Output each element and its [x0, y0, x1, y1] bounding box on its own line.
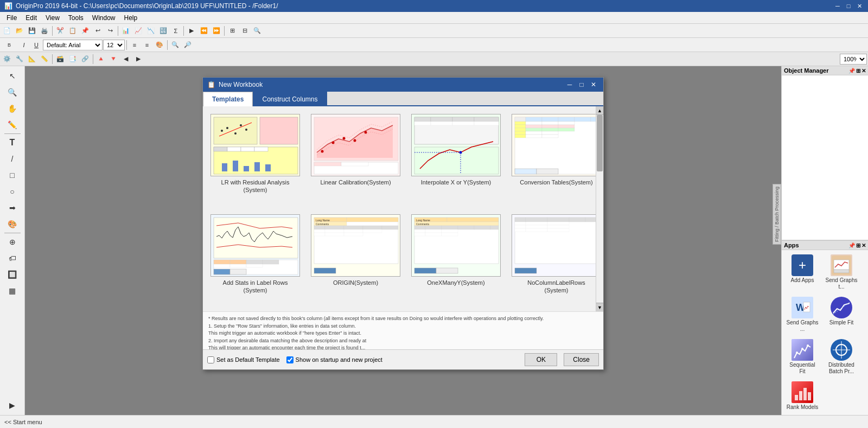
- menu-help[interactable]: Help: [120, 13, 142, 23]
- tb8[interactable]: ▶: [186, 25, 197, 37]
- pointer-tool[interactable]: ↖: [3, 68, 22, 84]
- dialog-maximize[interactable]: □: [576, 80, 587, 90]
- tb6[interactable]: 🔣: [157, 25, 169, 37]
- set-default-checkbox[interactable]: [207, 356, 214, 363]
- expand-icon[interactable]: ⊞: [856, 68, 860, 74]
- expand-btn[interactable]: ▶: [3, 398, 22, 413]
- font-selector[interactable]: Default: Arial: [43, 40, 103, 50]
- app-item-distributed-batch[interactable]: Distributed Batch Pr...: [823, 337, 860, 377]
- region-tool[interactable]: ▦: [3, 283, 22, 298]
- zoom-in[interactable]: 🔍: [169, 39, 181, 51]
- ok-button[interactable]: OK: [525, 353, 557, 366]
- redo-btn[interactable]: ↪: [104, 25, 116, 37]
- pin-icon[interactable]: 📌: [848, 68, 855, 74]
- tb-extra3[interactable]: 📐: [26, 53, 38, 65]
- tb12[interactable]: ⊟: [239, 25, 251, 37]
- tb-extra2[interactable]: 🔧: [14, 53, 25, 65]
- app-item-rank-models[interactable]: Rank Models: [784, 379, 821, 413]
- template-lr-residual[interactable]: LR with Residual Analysis(System): [207, 111, 303, 207]
- align-left[interactable]: ≡: [129, 39, 141, 51]
- set-default-label[interactable]: Set as Default Template: [207, 356, 280, 363]
- start-menu[interactable]: << Start menu: [4, 419, 42, 425]
- print-btn[interactable]: 🖨️: [39, 25, 50, 37]
- close-button[interactable]: ✕: [855, 2, 864, 10]
- show-startup-label[interactable]: Show on startup and new project: [286, 356, 382, 363]
- tb-extra11[interactable]: ▶: [132, 53, 144, 65]
- template-interpolate[interactable]: Interpolate X or Y(System): [408, 111, 504, 207]
- tb13[interactable]: 🔍: [251, 25, 263, 37]
- open-btn[interactable]: 📂: [14, 25, 25, 37]
- ellipse-tool[interactable]: ○: [3, 184, 22, 199]
- tb-f3[interactable]: U: [30, 39, 42, 51]
- draw-tool[interactable]: ✏️: [3, 117, 22, 132]
- rect-tool[interactable]: □: [3, 168, 22, 183]
- new-btn[interactable]: 📄: [1, 25, 13, 37]
- undo-btn[interactable]: ↩: [92, 25, 104, 37]
- template-onexmany[interactable]: Long Name Comments: [408, 211, 504, 307]
- save-btn[interactable]: 💾: [26, 25, 38, 37]
- template-linear-cal[interactable]: Linear Calibration(System): [308, 111, 404, 207]
- apps-close-icon[interactable]: ✕: [861, 242, 866, 248]
- zoom-select[interactable]: 100%: [840, 54, 867, 65]
- dialog-minimize[interactable]: ─: [564, 80, 575, 90]
- close-button-dialog[interactable]: Close: [564, 353, 599, 366]
- tab-construct-columns[interactable]: Construct Columns: [253, 92, 327, 106]
- app-item-send-graphs[interactable]: Send Graphs t...: [823, 252, 860, 292]
- tb-extra7[interactable]: 🔗: [79, 53, 91, 65]
- template-norowlabel[interactable]: NoColumnLabelRows(System): [508, 211, 603, 307]
- template-add-stats[interactable]: Add Stats in Label Rows(System): [207, 211, 303, 307]
- arrow-tool[interactable]: ➡: [3, 200, 22, 215]
- tb-extra4[interactable]: 📏: [39, 53, 50, 65]
- copy-btn[interactable]: 📋: [67, 25, 79, 37]
- color-btn[interactable]: 🎨: [154, 39, 165, 51]
- fitting-tab[interactable]: Fitting / Batch Processing: [773, 183, 781, 244]
- tb-extra1[interactable]: ⚙️: [1, 53, 13, 65]
- data-cursor-tool[interactable]: ⊕: [3, 234, 22, 250]
- tab-templates[interactable]: Templates: [203, 92, 253, 106]
- tb-f1[interactable]: B: [1, 39, 17, 51]
- apps-pin-icon[interactable]: 📌: [848, 242, 855, 248]
- text-tool[interactable]: T: [3, 135, 22, 150]
- app-item-simple-fit[interactable]: Simple Fit: [823, 295, 860, 335]
- app-item-send-graphs-word[interactable]: W Send Graphs ...: [784, 295, 821, 335]
- zoom-out[interactable]: 🔎: [182, 39, 194, 51]
- menu-edit[interactable]: Edit: [21, 13, 41, 23]
- menu-view[interactable]: View: [41, 13, 64, 23]
- tb-f2[interactable]: I: [18, 39, 30, 51]
- apps-expand-icon[interactable]: ⊞: [856, 242, 860, 248]
- scroll-down[interactable]: ▼: [596, 303, 603, 311]
- scroll-up[interactable]: ▲: [596, 106, 603, 115]
- mask-tool[interactable]: 🔲: [3, 267, 22, 282]
- zoom-tool[interactable]: 🔍: [3, 85, 22, 100]
- color-map-tool[interactable]: 🎨: [3, 216, 22, 232]
- app-item-sequential-fit[interactable]: Sequential Fit: [784, 337, 821, 377]
- tb10[interactable]: ⏩: [210, 25, 222, 37]
- menu-file[interactable]: File: [2, 13, 21, 23]
- pan-tool[interactable]: ✋: [3, 101, 22, 116]
- tb9[interactable]: ⏪: [198, 25, 210, 37]
- tb-extra6[interactable]: 📑: [67, 53, 79, 65]
- tb4[interactable]: 📈: [132, 25, 144, 37]
- font-size-selector[interactable]: 12: [103, 40, 125, 50]
- line-tool[interactable]: /: [3, 151, 22, 167]
- tb3[interactable]: 📊: [120, 25, 132, 37]
- template-conversion[interactable]: Conversion Tables(System): [508, 111, 603, 207]
- menu-tools[interactable]: Tools: [64, 13, 88, 23]
- template-origin[interactable]: Long Name Comments: [308, 211, 404, 307]
- maximize-button[interactable]: □: [844, 2, 853, 10]
- paste-btn[interactable]: 📌: [79, 25, 91, 37]
- tb-extra5[interactable]: 🗃️: [54, 53, 66, 65]
- tb-extra8[interactable]: 🔺: [95, 53, 107, 65]
- tb5[interactable]: 📉: [145, 25, 157, 37]
- scrollbar[interactable]: ▲ ▼: [596, 106, 603, 311]
- close-icon-om[interactable]: ✕: [861, 68, 866, 74]
- tb7[interactable]: Σ: [170, 25, 182, 37]
- label-tool[interactable]: 🏷: [3, 251, 22, 266]
- show-startup-checkbox[interactable]: [286, 356, 293, 363]
- minimize-button[interactable]: ─: [833, 2, 842, 10]
- dialog-close[interactable]: ✕: [588, 80, 599, 90]
- tb-extra9[interactable]: 🔻: [107, 53, 119, 65]
- app-item-add-apps[interactable]: + Add Apps: [784, 252, 821, 292]
- tb11[interactable]: ⊞: [226, 25, 238, 37]
- menu-window[interactable]: Window: [88, 13, 120, 23]
